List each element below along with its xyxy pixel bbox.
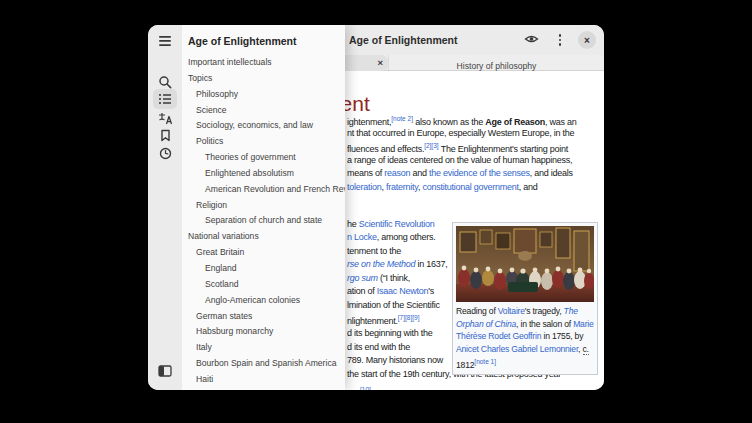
menu-button[interactable] — [549, 29, 571, 51]
reference-sup[interactable]: [note 2] — [391, 115, 413, 122]
article-link[interactable]: constitutional government — [422, 182, 518, 192]
article-link[interactable]: Voltaire — [498, 306, 525, 316]
text-segment: , — [578, 344, 582, 354]
text-segment: in 1637, — [415, 259, 447, 269]
toc-item[interactable]: Enlightened absolutism — [182, 166, 345, 182]
text-segment: nlightenment. — [347, 316, 398, 326]
toc-item[interactable]: Religion — [182, 198, 345, 214]
toc-item[interactable]: Sociology, economics, and law — [182, 118, 345, 134]
toc-item[interactable]: Topics — [182, 71, 345, 87]
article-link[interactable]: reason — [384, 168, 410, 178]
reference-sup[interactable]: [7][8][9] — [398, 314, 420, 321]
toc-item[interactable]: Great Britain — [182, 245, 345, 261]
reference-sup[interactable]: [2][3] — [424, 142, 438, 149]
sidebar-icon-strip — [148, 25, 182, 390]
text-segment: also known as the — [413, 117, 485, 127]
text-segment: tenment to the — [347, 246, 401, 256]
toc-item[interactable]: Anglo-American colonies — [182, 293, 345, 309]
bookmarks-button[interactable] — [153, 125, 177, 145]
article-link[interactable]: Scientific Revolution — [359, 219, 435, 229]
thumb-caption: Reading of Voltaire's tragedy, The Orpha… — [456, 305, 594, 371]
text-segment: The Enlightenment's starting point — [439, 144, 568, 154]
toc-item[interactable]: England — [182, 261, 345, 277]
text-segment: (“I think, — [378, 273, 410, 283]
toc-item[interactable]: National variations — [182, 229, 345, 245]
text-segment: , and — [519, 182, 538, 192]
app-window: Age of Enlightenment × — [148, 25, 604, 390]
close-icon: × — [584, 35, 590, 46]
article-line: ation of Isaac Newton's — [347, 285, 434, 297]
toc-item[interactable]: Habsburg monarchy — [182, 324, 345, 340]
article-line: nt that occurred in Europe, especially W… — [347, 127, 574, 139]
toc-item[interactable]: Politics — [182, 134, 345, 150]
article-line: [10] — [360, 384, 371, 390]
text-segment: , and ideals — [530, 168, 573, 178]
text-segment: lmination of the Scientific — [347, 300, 440, 310]
article-link[interactable]: toleration — [347, 182, 382, 192]
toc-item[interactable]: Bourbon Spain and Spanish America — [182, 356, 345, 372]
text-segment: 789. Many historians now — [347, 355, 443, 365]
text-segment: Age of Reason — [485, 117, 545, 127]
article-link[interactable]: Anicet Charles Gabriel Lemonnier — [456, 344, 578, 354]
article-link[interactable]: fraternity — [386, 182, 418, 192]
toc-item[interactable]: Separation of church and state — [182, 213, 345, 229]
text-segment: , among others. — [377, 232, 436, 242]
translate-icon — [158, 112, 173, 125]
window-close-button[interactable]: × — [578, 31, 596, 49]
text-segment: 's — [428, 286, 434, 296]
text-segment: 1812 — [456, 360, 474, 370]
text-segment: he — [347, 219, 359, 229]
text-segment: , was an — [545, 117, 577, 127]
article-link[interactable]: n Locke — [347, 232, 377, 242]
text-segment: nt that occurred in Europe, especially W… — [347, 128, 574, 138]
article-link[interactable]: rgo sum — [347, 273, 378, 283]
text-segment: d its end with the — [347, 342, 410, 352]
sidebar-flap-icon — [158, 365, 172, 377]
toc-item[interactable]: Haiti — [182, 372, 345, 388]
tab-close-button[interactable]: × — [377, 55, 383, 71]
history-button[interactable] — [153, 143, 177, 163]
toc-item[interactable]: Important intellectuals — [182, 55, 345, 71]
toc-panel-title: Age of Enlightenment — [188, 35, 297, 47]
text-segment: 's tragedy, — [525, 306, 564, 316]
toc-item[interactable]: Scotland — [182, 277, 345, 293]
toc-item[interactable]: Theories of government — [182, 150, 345, 166]
article-line: tenment to the — [347, 245, 401, 257]
toc-item[interactable]: American Revolution and French Revolutio… — [182, 182, 345, 198]
page-title: Age of Enlightenment — [349, 25, 458, 55]
article-link[interactable]: rse on the Method — [347, 259, 415, 269]
article-line: nlightenment.[7][8][9] — [347, 312, 419, 327]
article-link[interactable]: the evidence of the senses — [429, 168, 530, 178]
hamburger-menu-button[interactable] — [153, 31, 177, 51]
text-segment: in 1755, by — [541, 331, 583, 341]
toc-button[interactable] — [153, 89, 177, 109]
article-line: a range of ideas centered on the value o… — [347, 154, 572, 166]
reader-view-button[interactable] — [520, 29, 542, 51]
toc-panel: Age of Enlightenment Important intellect… — [182, 25, 345, 390]
reference-sup[interactable]: [10] — [360, 386, 371, 390]
article-line: d its end with the — [347, 341, 410, 353]
text-segment: fluences and effects. — [347, 144, 424, 154]
kebab-menu-icon — [559, 34, 562, 46]
text-segment: ation of — [347, 286, 377, 296]
eye-icon — [524, 31, 539, 49]
article-link[interactable]: Isaac Newton — [377, 286, 429, 296]
sidebar-toggle-button[interactable] — [153, 361, 177, 381]
reference-sup[interactable]: [note 1] — [474, 358, 496, 365]
article-line: he Scientific Revolution — [347, 218, 435, 230]
article-line: lmination of the Scientific — [347, 299, 440, 311]
header-actions: × — [520, 25, 596, 55]
article-line: toleration, fraternity, constitutional g… — [347, 181, 538, 193]
bookmark-icon — [160, 129, 171, 142]
article-line: n Locke, among others. — [347, 231, 436, 243]
toc-item[interactable]: German states — [182, 309, 345, 325]
toc-item[interactable]: Science — [182, 103, 345, 119]
text-segment: Reading of — [456, 306, 498, 316]
hamburger-icon — [158, 35, 172, 47]
toc-item[interactable]: Philosophy — [182, 87, 345, 103]
salon-painting-image[interactable] — [456, 226, 594, 302]
text-segment: and — [410, 168, 429, 178]
article-line: d its beginning with the — [347, 327, 433, 339]
toc-item[interactable]: Italy — [182, 340, 345, 356]
tab-history-of-philosophy[interactable]: History of philosophy — [388, 55, 604, 71]
